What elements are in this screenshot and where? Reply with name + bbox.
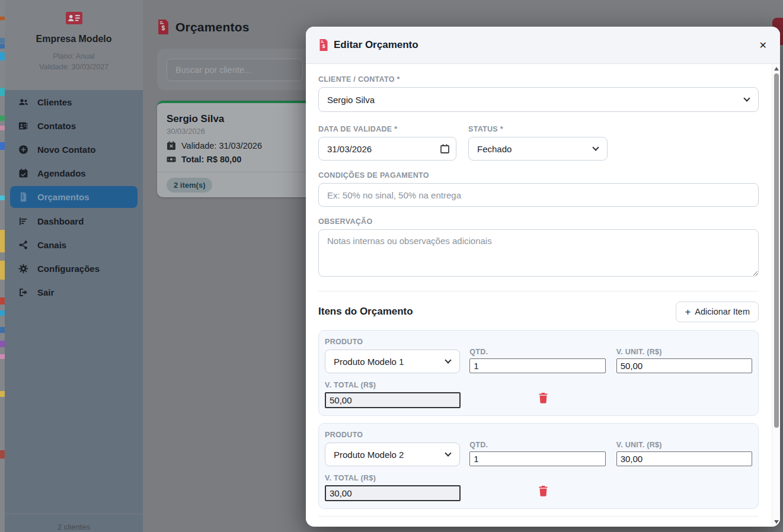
plan-label: Plano: Anual: [5, 51, 143, 62]
vunit-label: V. UNIT. (R$): [616, 348, 752, 356]
validade-date-input[interactable]: [318, 137, 456, 161]
observacao-field: OBSERVAÇÃO: [318, 217, 759, 279]
produto-select[interactable]: Produto Modelo 2: [325, 443, 460, 466]
delete-item-button[interactable]: [539, 393, 548, 405]
vunit-input[interactable]: [616, 358, 752, 373]
produto-select-value: Produto Modelo 1: [334, 357, 404, 367]
date-status-row: DATA DE VALIDADE * STATUS * Fechado: [318, 125, 759, 161]
add-item-button[interactable]: + Adicionar Item: [676, 302, 759, 322]
item-count-badge: 2 item(s): [167, 178, 212, 193]
vunit-label: V. UNIT. (R$): [616, 441, 752, 449]
cliente-select-value: Sergio Silva: [327, 95, 375, 105]
plan-validity: Validade: 30/03/2027: [5, 62, 143, 72]
sidebar-item-label: Novo Contato: [37, 145, 95, 155]
sidebar-item-clientes[interactable]: Clientes: [10, 90, 138, 114]
card-client-name: Sergio Silva: [167, 113, 224, 125]
vtotal-input[interactable]: [325, 392, 461, 408]
delete-item-button[interactable]: [539, 486, 548, 498]
plan-info: Plano: Anual Validade: 30/03/2027: [5, 51, 143, 72]
items-heading: Itens do Orçamento: [318, 306, 413, 318]
sidebar-item-novo-contato[interactable]: Novo Contato: [10, 137, 138, 161]
budget-item-row: PRODUTO Produto Modelo 2 QTD. V. UNIT. (…: [318, 423, 759, 509]
vunit-input[interactable]: [616, 451, 752, 466]
qtd-label: QTD.: [469, 348, 605, 356]
vtotal-label: V. TOTAL (R$): [325, 474, 461, 482]
trash-icon: [539, 486, 548, 496]
card-total: Total: R$ 80,00: [181, 155, 241, 164]
sidebar-item-dashboard[interactable]: Dashboard: [10, 209, 138, 233]
status-select[interactable]: Fechado: [468, 137, 608, 161]
date-picker-icon[interactable]: [440, 144, 449, 153]
sidebar-item-sair[interactable]: Sair: [10, 280, 138, 304]
modal-scrollbar[interactable]: [772, 64, 780, 527]
sidebar-item-canais[interactable]: Canais: [10, 233, 138, 257]
invoice-icon: $: [319, 39, 328, 51]
close-icon[interactable]: ✕: [759, 40, 767, 51]
svg-text:$: $: [161, 25, 165, 31]
modal-header: $ Editar Orçamento ✕: [306, 27, 780, 64]
status-field: STATUS * Fechado: [468, 125, 608, 161]
users-icon: [18, 97, 28, 107]
sidebar-item-orcamentos[interactable]: $ Orçamentos: [10, 186, 138, 208]
modal-title: Editar Orçamento: [334, 39, 418, 51]
status-select-value: Fechado: [477, 144, 512, 154]
items-section-header: Itens do Orçamento + Adicionar Item: [318, 301, 759, 322]
chevron-down-icon: [592, 144, 599, 150]
chart-icon: [18, 216, 28, 226]
produto-label: PRODUTO: [325, 338, 460, 346]
sidebar-item-label: Orçamentos: [37, 192, 90, 202]
search-input[interactable]: [167, 59, 303, 81]
gear-icon: [18, 264, 28, 274]
page-header: $ Orçamentos: [157, 20, 250, 34]
condicoes-input[interactable]: [318, 183, 759, 207]
scrollbar-thumb[interactable]: [774, 73, 779, 428]
card-date: 30/03/2026: [167, 127, 205, 136]
vtotal-label: V. TOTAL (R$): [325, 381, 461, 389]
chevron-down-icon: [445, 357, 452, 363]
invoice-icon: $: [18, 192, 28, 202]
company-name: Empresa Modelo: [5, 34, 143, 44]
produto-select[interactable]: Produto Modelo 1: [325, 350, 460, 373]
cliente-label: CLIENTE / CONTATO *: [318, 75, 759, 84]
sidebar-item-contatos[interactable]: Contatos: [10, 114, 138, 137]
card-divider: [157, 172, 329, 172]
svg-text:$: $: [21, 196, 24, 200]
budget-item-row: PRODUTO Produto Modelo 1 QTD. V. UNIT. (…: [318, 330, 759, 416]
sidebar-item-label: Dashboard: [37, 216, 84, 226]
id-card-icon: [66, 12, 82, 24]
sidebar-item-label: Agendados: [37, 168, 86, 178]
logout-icon: [18, 287, 28, 297]
page-title: Orçamentos: [175, 20, 250, 34]
condicoes-label: CONDIÇÕES DE PAGAMENTO: [318, 171, 759, 180]
share-icon: [18, 240, 28, 250]
qtd-input[interactable]: [469, 451, 605, 466]
svg-text:$: $: [322, 43, 325, 49]
observacao-textarea[interactable]: [318, 229, 759, 277]
card-validity: Validade: 31/03/2026: [181, 141, 262, 150]
trash-icon: [539, 393, 548, 403]
scroll-down-icon[interactable]: [774, 520, 779, 524]
footer-divider: [318, 516, 759, 517]
sidebar-footer-divider: [5, 514, 143, 514]
scroll-up-icon[interactable]: [774, 67, 779, 70]
sidebar: Empresa Modelo Plano: Anual Validade: 30…: [5, 0, 143, 532]
card-validity-row: Validade: 31/03/2026: [167, 141, 262, 150]
produto-label: PRODUTO: [325, 431, 460, 439]
clients-count: 2 clientes: [5, 523, 143, 531]
sidebar-item-label: Canais: [37, 240, 66, 250]
sidebar-item-label: Contatos: [37, 121, 76, 131]
qtd-input[interactable]: [469, 358, 605, 373]
qtd-label: QTD.: [469, 441, 605, 449]
sidebar-item-configuracoes[interactable]: Configurações: [10, 257, 138, 280]
budget-card[interactable]: Sergio Silva 30/03/2026 Validade: 31/03/…: [157, 101, 329, 197]
card-total-row: Total: R$ 80,00: [167, 155, 241, 164]
sidebar-item-label: Configurações: [37, 264, 100, 274]
sidebar-nav: Clientes Contatos Novo Contato Agendados…: [5, 90, 143, 304]
produto-select-value: Produto Modelo 2: [334, 450, 404, 460]
sidebar-item-label: Sair: [37, 287, 54, 297]
cliente-select[interactable]: Sergio Silva: [318, 87, 759, 112]
calendar-x-icon: [167, 141, 176, 150]
vtotal-input[interactable]: [325, 485, 461, 501]
sidebar-item-agendados[interactable]: Agendados: [10, 161, 138, 185]
plus-icon: +: [685, 307, 691, 317]
